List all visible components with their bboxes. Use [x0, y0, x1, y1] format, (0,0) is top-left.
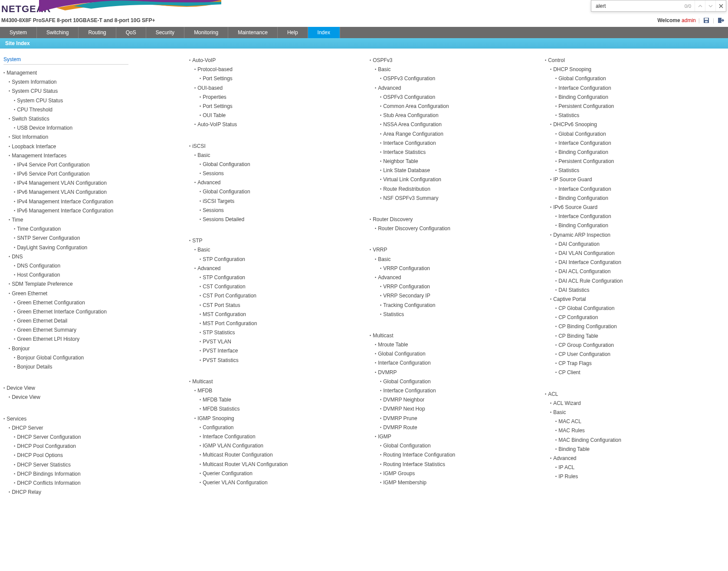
index-link[interactable]: •Green Ethernet LPI History — [14, 335, 184, 343]
index-link[interactable]: •STP Statistics — [200, 329, 364, 337]
index-link[interactable]: •Global Configuration — [200, 160, 364, 169]
index-link[interactable]: •Binding Configuration — [555, 222, 725, 230]
logout-icon[interactable] — [717, 16, 725, 24]
index-link[interactable]: •VRRP Configuration — [380, 264, 545, 273]
index-link[interactable]: •Basic — [375, 65, 545, 74]
search-close-icon[interactable] — [715, 0, 726, 11]
index-link[interactable]: •Properties — [200, 93, 364, 101]
index-link[interactable]: •IPv4 Service Port Configuration — [14, 161, 184, 169]
nav-security[interactable]: Security — [146, 27, 184, 38]
index-link[interactable]: •Router Discovery — [370, 215, 545, 224]
index-link[interactable]: •CP Client — [555, 369, 725, 377]
index-link[interactable]: •Sessions Detailed — [200, 215, 364, 224]
index-link[interactable]: •DVMRP Route — [380, 424, 545, 432]
index-link[interactable]: •PVST VLAN — [200, 338, 364, 346]
index-link[interactable]: •Green Ethernet — [9, 290, 184, 298]
nav-system[interactable]: System — [0, 27, 37, 38]
index-link[interactable]: •DHCP Server Configuration — [14, 433, 184, 441]
index-link[interactable]: •DHCP Bindings Information — [14, 470, 184, 478]
index-link[interactable]: •DHCP Snooping — [550, 65, 725, 74]
index-link[interactable]: •Switch Statistics — [9, 115, 184, 123]
index-link[interactable]: •ACL Wizard — [550, 399, 725, 408]
index-link[interactable]: •DNS — [9, 253, 184, 261]
index-link[interactable]: •Basic — [550, 408, 725, 417]
index-link[interactable]: •DAI Interface Configuration — [555, 258, 725, 267]
index-link[interactable]: •DHCPv6 Snooping — [550, 121, 725, 129]
index-link[interactable]: •MAC Rules — [555, 427, 725, 435]
index-link[interactable]: •Interface Configuration — [555, 212, 725, 221]
index-link[interactable]: •Green Ethernet Detail — [14, 317, 184, 325]
index-link[interactable]: •Interface Configuration — [555, 139, 725, 147]
index-link[interactable]: •CP Group Configuration — [555, 341, 725, 349]
index-link[interactable]: •Multicast — [189, 378, 364, 386]
index-link[interactable]: •Captive Portal — [550, 295, 725, 303]
index-link[interactable]: •Bonjour Details — [14, 363, 184, 371]
index-link[interactable]: •Time Configuration — [14, 225, 184, 233]
nav-maintenance[interactable]: Maintenance — [228, 27, 278, 38]
index-link[interactable]: •MFDB — [194, 387, 364, 395]
index-link[interactable]: •CP Binding Configuration — [555, 323, 725, 331]
index-link[interactable]: •DHCP Server Statistics — [14, 461, 184, 469]
index-link[interactable]: •Area Range Configuration — [380, 130, 545, 138]
index-link[interactable]: •System CPU Status — [14, 97, 184, 105]
index-link[interactable]: •Sessions — [200, 206, 364, 215]
index-link[interactable]: •iSCSI — [189, 142, 364, 150]
index-link[interactable]: •Statistics — [555, 166, 725, 175]
index-link[interactable]: •MFDB Table — [200, 396, 364, 404]
index-link[interactable]: •Global Configuration — [555, 130, 725, 138]
index-link[interactable]: •Green Ethernet Interface Configuration — [14, 308, 184, 316]
index-link[interactable]: •Host Configuration — [14, 271, 184, 279]
index-link[interactable]: •MAC ACL — [555, 418, 725, 426]
index-link[interactable]: •STP — [189, 237, 364, 245]
index-link[interactable]: •iSCSI Targets — [200, 197, 364, 206]
index-link[interactable]: •MST Port Configuration — [200, 320, 364, 328]
index-link[interactable]: •Route Redistribution — [380, 185, 545, 193]
index-link[interactable]: •System CPU Status — [9, 87, 184, 95]
index-link[interactable]: •IGMP Groups — [380, 470, 545, 478]
index-link[interactable]: •DVMRP Next Hop — [380, 405, 545, 413]
search-input[interactable] — [591, 3, 681, 9]
index-link[interactable]: •Auto-VoIP Status — [194, 121, 364, 129]
index-link[interactable]: •Common Area Configuration — [380, 102, 545, 111]
index-link[interactable]: •IGMP Membership — [380, 479, 545, 487]
index-link[interactable]: •Link State Database — [380, 166, 545, 175]
index-link[interactable]: •PVST Statistics — [200, 356, 364, 365]
index-link[interactable]: •Green Ethernet Configuration — [14, 299, 184, 307]
index-link[interactable]: •Advanced — [550, 454, 725, 463]
index-link[interactable]: •USB Device Information — [14, 124, 184, 132]
index-link[interactable]: •Advanced — [194, 179, 364, 187]
index-link[interactable]: •Mroute Table — [375, 341, 545, 349]
index-link[interactable]: •Control — [545, 56, 725, 65]
index-link[interactable]: •Time — [9, 216, 184, 224]
index-link[interactable]: •Interface Configuration — [555, 84, 725, 92]
index-link[interactable]: •Persistent Configuration — [555, 102, 725, 111]
index-link[interactable]: •Global Configuration — [380, 442, 545, 450]
index-link[interactable]: •CST Port Status — [200, 301, 364, 310]
index-link[interactable]: •STP Configuration — [200, 274, 364, 282]
index-link[interactable]: •Port Settings — [200, 75, 364, 83]
index-link[interactable]: •OSPFv3 Configuration — [380, 93, 545, 101]
index-link[interactable]: •IP ACL — [555, 463, 725, 472]
index-link[interactable]: •DVMRP — [375, 369, 545, 377]
nav-index[interactable]: Index — [308, 27, 340, 38]
index-link[interactable]: •Multicast Router VLAN Configuration — [200, 460, 364, 469]
index-link[interactable]: •CST Configuration — [200, 283, 364, 291]
index-link[interactable]: •CST Port Configuration — [200, 292, 364, 300]
index-link[interactable]: •Services — [3, 415, 184, 423]
index-link[interactable]: •IP Rules — [555, 473, 725, 481]
index-link[interactable]: •Interface Configuration — [380, 387, 545, 395]
index-link[interactable]: •Multicast — [370, 332, 545, 340]
category-header[interactable]: System — [3, 56, 128, 65]
index-link[interactable]: •DAI Statistics — [555, 286, 725, 294]
index-link[interactable]: •SNTP Server Configuration — [14, 234, 184, 242]
index-link[interactable]: •DHCP Relay — [9, 488, 184, 496]
index-link[interactable]: •DNS Configuration — [14, 262, 184, 270]
index-link[interactable]: •Binding Table — [555, 445, 725, 454]
index-link[interactable]: •Basic — [375, 255, 545, 264]
index-link[interactable]: •Interface Statistics — [380, 148, 545, 157]
index-link[interactable]: •IGMP Snooping — [194, 414, 364, 423]
index-link[interactable]: •MFDB Statistics — [200, 405, 364, 413]
index-link[interactable]: •IPv6 Management Interface Configuration — [14, 207, 184, 215]
index-link[interactable]: •DAI ACL Configuration — [555, 268, 725, 276]
index-link[interactable]: •IGMP VLAN Configuration — [200, 442, 364, 450]
